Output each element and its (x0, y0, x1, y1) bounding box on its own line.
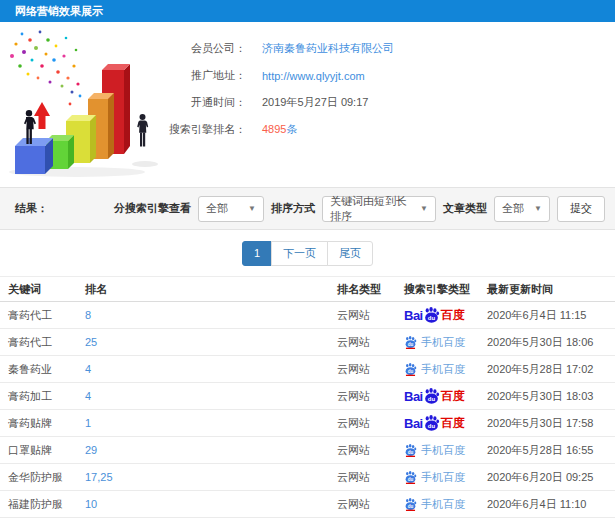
engine-filter-select[interactable]: 全部 ▼ (198, 196, 264, 222)
rank-type-cell: 云网站 (337, 443, 404, 458)
rank-cell: 8 (85, 309, 337, 321)
engine-cell: du手机百度 (404, 470, 487, 485)
keyword-cell: 口罩贴牌 (8, 443, 85, 458)
mobile-baidu-text: 手机百度 (421, 497, 465, 512)
article-type-select[interactable]: 全部 ▼ (494, 196, 550, 222)
rank-type-cell: 云网站 (337, 470, 404, 485)
info-row-company: 会员公司： 济南秦鲁药业科技有限公司 (150, 35, 394, 62)
svg-text:du: du (408, 368, 414, 373)
baidu-logo-cn: 百度 (441, 415, 465, 432)
rank-link[interactable]: 1 (85, 417, 91, 429)
rank-cell: 1 (85, 417, 337, 429)
svg-text:du: du (408, 341, 414, 346)
company-name-link[interactable]: 济南秦鲁药业科技有限公司 (262, 41, 394, 56)
mobile-baidu-text: 手机百度 (421, 335, 465, 350)
rank-link[interactable]: 25 (85, 336, 97, 348)
open-time-value: 2019年5月27日 09:17 (262, 95, 368, 110)
submit-button[interactable]: 提交 (557, 196, 605, 222)
mobile-baidu-paw-icon: du (404, 336, 417, 349)
updated-cell: 2020年5月28日 16:55 (487, 443, 615, 458)
rank-cell: 17,25 (85, 471, 337, 483)
rank-cell: 4 (85, 390, 337, 402)
rank-link[interactable]: 17,25 (85, 471, 113, 483)
updated-cell: 2020年5月30日 18:03 (487, 389, 615, 404)
ranking-count-value: 4895条 (262, 122, 297, 137)
rank-link[interactable]: 4 (85, 390, 91, 402)
baidu-logo: Baidu百度 (404, 388, 465, 405)
rank-link[interactable]: 4 (85, 363, 91, 375)
mobile-baidu-paw-icon: du (404, 498, 417, 511)
keyword-cell: 金华防护服 (8, 470, 85, 485)
page-1-button[interactable]: 1 (242, 241, 272, 266)
svg-text:du: du (428, 314, 436, 320)
ranking-count-label: 搜索引擎排名： (150, 122, 246, 137)
rank-type-cell: 云网站 (337, 416, 404, 431)
company-label: 会员公司： (150, 41, 246, 56)
baidu-logo-text: Bai (404, 308, 423, 323)
keyword-cell: 膏药代工 (8, 308, 85, 323)
updated-cell: 2020年5月30日 17:58 (487, 416, 615, 431)
baidu-logo-text: Bai (404, 416, 423, 431)
ranking-count-suffix: 条 (286, 123, 297, 135)
header-engine-type: 搜索引擎类型 (404, 282, 487, 297)
next-page-button[interactable]: 下一页 (271, 241, 328, 266)
sort-select[interactable]: 关键词由短到长排序 ▼ (322, 196, 436, 222)
info-row-open-time: 开通时间： 2019年5月27日 09:17 (150, 89, 394, 116)
rank-link[interactable]: 29 (85, 444, 97, 456)
info-row-url: 推广地址： http://www.qlyyjt.com (150, 62, 394, 89)
page-title: 网络营销效果展示 (0, 0, 615, 22)
article-type-value: 全部 (502, 201, 524, 216)
mobile-baidu-paw-icon: du (404, 444, 417, 457)
svg-text:du: du (408, 476, 414, 481)
sort-value: 关键词由短到长排序 (330, 194, 412, 224)
engine-filter-label: 分搜索引擎查看 (114, 201, 191, 216)
info-section: 会员公司： 济南秦鲁药业科技有限公司 推广地址： http://www.qlyy… (0, 22, 615, 187)
engine-cell: Baidu百度 (404, 388, 487, 405)
rank-type-cell: 云网站 (337, 335, 404, 350)
article-type-label: 文章类型 (443, 201, 487, 216)
header-keyword: 关键词 (8, 282, 85, 297)
engine-cell: du手机百度 (404, 362, 487, 377)
rank-cell: 4 (85, 363, 337, 375)
updated-cell: 2020年6月4日 11:10 (487, 497, 615, 512)
chevron-down-icon: ▼ (534, 204, 542, 213)
engine-cell: du手机百度 (404, 497, 487, 512)
table-row: 秦鲁药业4云网站du手机百度2020年5月28日 17:02 (0, 356, 615, 383)
header-rank: 排名 (85, 282, 337, 297)
mobile-baidu-text: 手机百度 (421, 362, 465, 377)
table-row: 膏药代工25云网站du手机百度2020年5月30日 18:06 (0, 329, 615, 356)
mobile-baidu-paw-icon: du (404, 471, 417, 484)
rank-cell: 10 (85, 498, 337, 510)
keyword-cell: 秦鲁药业 (8, 362, 85, 377)
keyword-cell: 膏药代工 (8, 335, 85, 350)
mobile-baidu-logo: du手机百度 (404, 497, 465, 512)
svg-text:du: du (408, 503, 414, 508)
table-row: 福建防护服10云网站du手机百度2020年6月4日 11:10 (0, 491, 615, 518)
baidu-logo-text: Bai (404, 389, 423, 404)
ranking-count-number: 4895 (262, 123, 286, 135)
table-row: 膏药加工4云网站Baidu百度2020年5月30日 18:03 (0, 383, 615, 410)
baidu-logo-cn: 百度 (441, 388, 465, 405)
rank-cell: 29 (85, 444, 337, 456)
engine-filter-value: 全部 (206, 201, 228, 216)
table-row: 金华防护服17,25云网站du手机百度2020年6月20日 09:25 (0, 464, 615, 491)
header-rank-type: 排名类型 (337, 282, 404, 297)
last-page-button[interactable]: 尾页 (327, 241, 373, 266)
mobile-baidu-logo: du手机百度 (404, 362, 465, 377)
mobile-baidu-logo: du手机百度 (404, 470, 465, 485)
keyword-cell: 福建防护服 (8, 497, 85, 512)
engine-cell: du手机百度 (404, 335, 487, 350)
table-row: 口罩贴牌29云网站du手机百度2020年5月28日 16:55 (0, 437, 615, 464)
baidu-paw-icon: du (423, 415, 440, 432)
promo-url-link[interactable]: http://www.qlyyjt.com (262, 70, 365, 82)
rank-type-cell: 云网站 (337, 389, 404, 404)
rank-link[interactable]: 10 (85, 498, 97, 510)
table-header-row: 关键词 排名 排名类型 搜索引擎类型 最新更新时间 (0, 277, 615, 302)
baidu-paw-icon: du (423, 307, 440, 324)
marketing-report-page: 网络营销效果展示 (0, 0, 615, 520)
promo-url-label: 推广地址： (150, 68, 246, 83)
keyword-cell: 膏药加工 (8, 389, 85, 404)
table-row: 膏药代工8云网站Baidu百度2020年6月4日 11:15 (0, 302, 615, 329)
rank-link[interactable]: 8 (85, 309, 91, 321)
table-body: 膏药代工8云网站Baidu百度2020年6月4日 11:15膏药代工25云网站d… (0, 302, 615, 520)
